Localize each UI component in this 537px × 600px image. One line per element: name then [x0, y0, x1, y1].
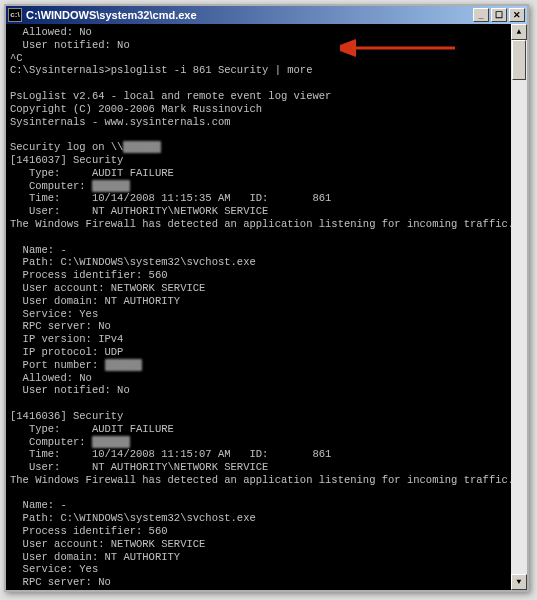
line: The Windows Firewall has detected an app… [10, 474, 511, 486]
line: User: NT AUTHORITY\NETWORK SERVICE [10, 461, 268, 473]
titlebar-text: C:\WINDOWS\system32\cmd.exe [26, 9, 473, 21]
line: Computer: [10, 180, 92, 192]
line: IP version: IPv4 [10, 333, 123, 345]
record-header: [1416037] Security [10, 154, 123, 166]
titlebar[interactable]: c:\ C:\WINDOWS\system32\cmd.exe _ ☐ ✕ [6, 6, 527, 24]
line: User domain: NT AUTHORITY [10, 551, 180, 563]
line: Type: AUDIT FAILURE [10, 167, 174, 179]
line: Security log on \\ [10, 141, 123, 153]
line: User account: NETWORK SERVICE [10, 538, 205, 550]
redacted-port: XXXXXX [105, 359, 143, 371]
command-line: C:\Sysinternals>psloglist -i 861 Securit… [10, 64, 312, 76]
scroll-thumb[interactable] [512, 40, 526, 80]
redacted-computer: XXXXXX [92, 180, 130, 192]
line: Process identifier: 560 [10, 525, 168, 537]
line: User domain: NT AUTHORITY [10, 295, 180, 307]
line: Computer: [10, 436, 92, 448]
line: ^C [10, 52, 23, 64]
app-icon: c:\ [8, 8, 22, 22]
line: Type: AUDIT FAILURE [10, 423, 174, 435]
minimize-button[interactable]: _ [473, 8, 489, 22]
line: User notified: No [10, 39, 130, 51]
record-header: [1416036] Security [10, 410, 123, 422]
line: Copyright (C) 2000-2006 Mark Russinovich [10, 103, 262, 115]
console-output[interactable]: Allowed: No User notified: No ^C C:\Sysi… [6, 24, 511, 590]
line: User notified: No [10, 384, 130, 396]
line: User: NT AUTHORITY\NETWORK SERVICE [10, 205, 268, 217]
scroll-down-button[interactable]: ▼ [511, 574, 527, 590]
scroll-track[interactable] [511, 40, 527, 574]
window-controls: _ ☐ ✕ [473, 8, 525, 22]
line: Service: Yes [10, 563, 98, 575]
line: IP version: IPv4 [10, 589, 123, 590]
line: Name: - [10, 499, 67, 511]
line: Service: Yes [10, 308, 98, 320]
line: Process identifier: 560 [10, 269, 168, 281]
line: Port number: [10, 359, 105, 371]
line: Path: C:\WINDOWS\system32\svchost.exe [10, 256, 256, 268]
line: RPC server: No [10, 320, 111, 332]
line: Time: 10/14/2008 11:15:35 AM ID: 861 [10, 192, 331, 204]
line: The Windows Firewall has detected an app… [10, 218, 511, 230]
line: RPC server: No [10, 576, 111, 588]
line: Sysinternals - www.sysinternals.com [10, 116, 231, 128]
console-area: Allowed: No User notified: No ^C C:\Sysi… [6, 24, 527, 590]
maximize-button[interactable]: ☐ [491, 8, 507, 22]
line: IP protocol: UDP [10, 346, 123, 358]
line: Time: 10/14/2008 11:15:07 AM ID: 861 [10, 448, 331, 460]
line: Name: - [10, 244, 67, 256]
line: PsLoglist v2.64 - local and remote event… [10, 90, 331, 102]
line: Path: C:\WINDOWS\system32\svchost.exe [10, 512, 256, 524]
line: User account: NETWORK SERVICE [10, 282, 205, 294]
close-button[interactable]: ✕ [509, 8, 525, 22]
cmd-window: c:\ C:\WINDOWS\system32\cmd.exe _ ☐ ✕ Al… [4, 4, 529, 592]
vertical-scrollbar[interactable]: ▲ ▼ [511, 24, 527, 590]
redacted-hostname: XXXXXX [123, 141, 161, 153]
scroll-up-button[interactable]: ▲ [511, 24, 527, 40]
line: Allowed: No [10, 26, 92, 38]
redacted-computer: XXXXXX [92, 436, 130, 448]
line: Allowed: No [10, 372, 92, 384]
